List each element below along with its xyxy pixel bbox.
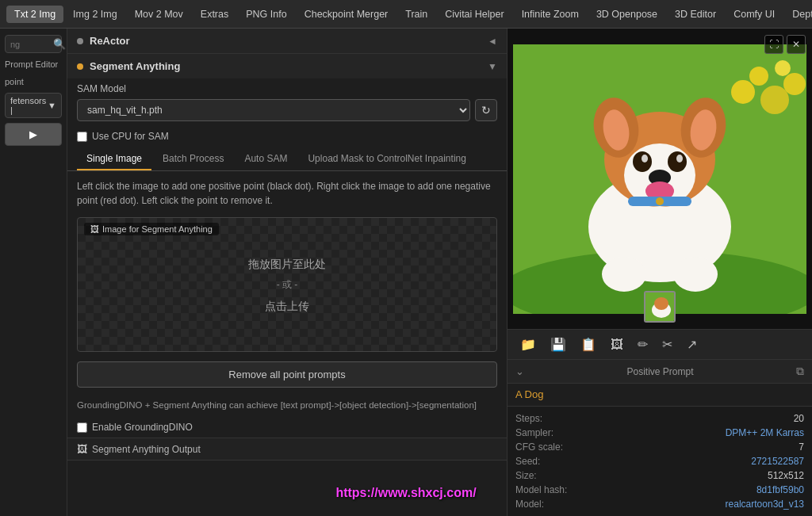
image-controls-top: ⛶ ✕ (764, 35, 806, 54)
tab-auto-sam[interactable]: Auto SAM (235, 148, 297, 170)
segment-output-icon: 🖼 (77, 443, 87, 455)
thumbnail-image[interactable] (644, 291, 676, 323)
seed-value: 2721522587 (751, 456, 804, 467)
nav-3d-openpose[interactable]: 3D Openpose (588, 6, 665, 23)
nav-img2img[interactable]: Img 2 Img (65, 6, 125, 23)
segment-section: Segment Anything ▼ SAM Model sam_hq_vit_… (67, 54, 507, 461)
prompt-expand-icon[interactable]: ⌄ (515, 365, 524, 377)
model-label-text: fetensors | (10, 96, 48, 115)
stat-row-model: Model: realcartoon3d_v13 (515, 497, 804, 511)
svg-point-5 (775, 60, 791, 76)
image-upload-area[interactable]: 🖼 Image for Segment Anything 拖放图片至此处 - 或… (77, 217, 497, 352)
model-hash-label: Model hash: (515, 484, 567, 495)
nav-txt2img[interactable]: Txt 2 Img (6, 6, 63, 23)
prompt-section: ⌄ Positive Prompt ⧉ A Dog (508, 359, 812, 406)
nav-depth-library[interactable]: Depth Library (784, 6, 812, 23)
nav-infinite-zoom[interactable]: Infinite Zoom (514, 6, 587, 23)
reactor-header-left: ReActor (77, 35, 130, 47)
nav-3d-editor[interactable]: 3D Editor (667, 6, 724, 23)
search-input[interactable] (10, 40, 50, 49)
prompt-editor-label[interactable]: Prompt Editor (5, 58, 62, 71)
nav-checkpoint[interactable]: Checkpoint Merger (297, 6, 396, 23)
sidebar-search-box[interactable]: 🔍 (5, 35, 62, 53)
main-layout: 🔍 Prompt Editor point fetensors | ▼ ▶ Re… (0, 29, 812, 516)
nav-extras[interactable]: Extras (193, 6, 236, 23)
reactor-title: ReActor (90, 35, 130, 47)
cfg-value: 7 (799, 441, 804, 453)
stat-row-model-hash: Model hash: 8d1fbf59b0 (515, 483, 804, 497)
folder-button[interactable]: 📁 (514, 333, 542, 356)
upload-or-text: - 或 - (277, 278, 298, 292)
tab-upload-mask[interactable]: Upload Mask to ControlNet Inpainting (298, 148, 475, 170)
tabs-row: Single Image Batch Process Auto SAM Uplo… (67, 148, 507, 171)
save-button[interactable]: 💾 (544, 333, 573, 356)
image-container: ⛶ ✕ (508, 29, 812, 329)
reactor-arrow-icon: ◄ (488, 36, 497, 47)
segment-title: Segment Anything (90, 60, 180, 72)
svg-rect-20 (653, 187, 666, 195)
expand-image-button[interactable]: ⛶ (764, 35, 783, 54)
tab-batch-process[interactable]: Batch Process (153, 148, 233, 170)
click-upload-text[interactable]: 点击上传 (265, 295, 309, 317)
reactor-section-header[interactable]: ReActor ◄ (67, 29, 507, 54)
share-button[interactable]: ↗ (680, 333, 703, 356)
model-value: realcartoon3d_v13 (726, 499, 804, 510)
nav-pnginfo[interactable]: PNG Info (238, 6, 294, 23)
nav-civitai[interactable]: Civitai Helper (437, 6, 511, 23)
segment-output-header: 🖼 Segment Anything Output (67, 438, 507, 460)
stat-row-cfg: CFG scale: 7 (515, 440, 804, 454)
cpu-label[interactable]: Use CPU for SAM (92, 131, 169, 142)
segment-arrow-icon: ▼ (488, 61, 497, 72)
cpu-checkbox[interactable] (77, 132, 87, 142)
cfg-label: CFG scale: (515, 441, 563, 453)
prompt-text: A Dog (508, 384, 812, 406)
seed-label: Seed: (515, 456, 540, 467)
enable-grounding-label[interactable]: Enable GroundingDINO (92, 422, 193, 433)
svg-point-2 (749, 67, 768, 86)
remove-prompts-button[interactable]: Remove all point prompts (77, 361, 497, 388)
model-dropdown[interactable]: fetensors | ▼ (5, 93, 62, 118)
segment-output-label: Segment Anything Output (92, 444, 201, 455)
svg-point-15 (668, 151, 687, 172)
scissors-button[interactable]: ✂ (656, 333, 679, 356)
stat-row-size: Size: 512x512 (515, 468, 804, 483)
generate-button[interactable]: ▶ (5, 123, 62, 146)
edit-button[interactable]: ✏ (631, 333, 654, 356)
sam-model-row: sam_hq_vit_h.pth ↻ (67, 97, 507, 128)
svg-point-23 (602, 257, 646, 292)
upload-label-text: Image for Segment Anything (102, 224, 213, 234)
nav-train[interactable]: Train (397, 6, 435, 23)
cpu-checkbox-row: Use CPU for SAM (67, 128, 507, 148)
bottom-toolbar: 📁 💾 📋 🖼 ✏ ✂ ↗ (508, 329, 812, 359)
segment-header[interactable]: Segment Anything ▼ (67, 54, 507, 78)
nav-comfy-ui[interactable]: Comfy UI (726, 6, 783, 23)
sam-refresh-button[interactable]: ↻ (475, 99, 497, 121)
drag-drop-text: 拖放图片至此处 (248, 253, 326, 275)
close-image-button[interactable]: ✕ (787, 35, 806, 54)
tab-single-image[interactable]: Single Image (77, 148, 151, 170)
stat-row-steps: Steps: 20 (515, 411, 804, 426)
instruction-text: Left click the image to add one positive… (67, 171, 507, 214)
reactor-dot (77, 38, 83, 44)
sam-model-select[interactable]: sam_hq_vit_h.pth (77, 99, 470, 121)
svg-point-3 (760, 86, 789, 114)
chevron-down-icon: ▼ (48, 101, 56, 110)
image-button[interactable]: 🖼 (604, 334, 630, 356)
prompt-header: ⌄ Positive Prompt ⧉ (508, 360, 812, 384)
size-value: 512x512 (768, 470, 804, 481)
center-panel: ReActor ◄ Segment Anything ▼ SAM Model s… (67, 29, 508, 516)
prompt-title: Positive Prompt (626, 366, 693, 377)
prompt-copy-icon[interactable]: ⧉ (796, 365, 804, 378)
copy-button[interactable]: 📋 (574, 333, 603, 356)
sampler-value: DPM++ 2M Karras (726, 427, 804, 438)
point-label: point (5, 75, 62, 88)
svg-point-27 (654, 297, 668, 310)
nav-mov2mov[interactable]: Mov 2 Mov (127, 6, 191, 23)
generated-image-svg (513, 44, 806, 314)
upload-label: 🖼 Image for Segment Anything (84, 223, 219, 235)
sam-model-label: SAM Model (67, 78, 507, 97)
size-label: Size: (515, 470, 537, 481)
top-navigation: Txt 2 Img Img 2 Img Mov 2 Mov Extras PNG… (0, 0, 812, 29)
stat-row-sampler: Sampler: DPM++ 2M Karras (515, 426, 804, 440)
enable-grounding-checkbox[interactable] (77, 422, 87, 433)
